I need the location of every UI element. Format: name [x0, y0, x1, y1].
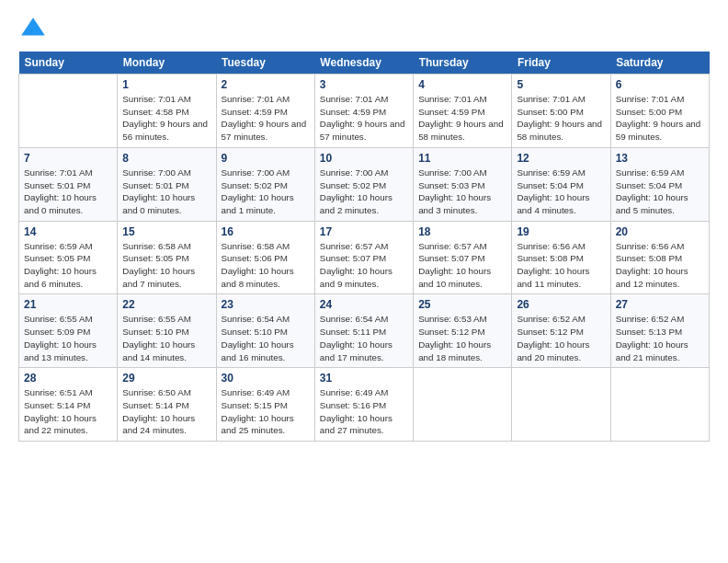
- calendar-cell: 2Sunrise: 7:01 AMSunset: 4:59 PMDaylight…: [216, 75, 314, 148]
- day-number: 31: [320, 372, 408, 385]
- day-number: 21: [24, 298, 112, 311]
- day-info: Sunrise: 7:00 AMSunset: 5:03 PMDaylight:…: [418, 167, 506, 217]
- calendar-cell: 13Sunrise: 6:59 AMSunset: 5:04 PMDayligh…: [610, 147, 709, 221]
- header-day-friday: Friday: [512, 52, 610, 75]
- header-day-thursday: Thursday: [414, 52, 512, 75]
- day-info: Sunrise: 6:58 AMSunset: 5:05 PMDaylight:…: [122, 240, 210, 291]
- calendar-cell: 1Sunrise: 7:01 AMSunset: 4:58 PMDaylight…: [118, 75, 216, 148]
- day-number: 12: [517, 152, 605, 165]
- day-info: Sunrise: 6:51 AMSunset: 5:14 PMDaylight:…: [24, 386, 112, 437]
- header-day-sunday: Sunday: [19, 52, 118, 75]
- day-number: 11: [418, 152, 506, 165]
- day-number: 18: [418, 225, 506, 238]
- day-number: 25: [418, 298, 506, 311]
- day-number: 29: [122, 372, 210, 385]
- calendar-cell: 27Sunrise: 6:52 AMSunset: 5:13 PMDayligh…: [610, 294, 709, 368]
- day-info: Sunrise: 7:01 AMSunset: 4:58 PMDaylight:…: [122, 93, 210, 144]
- day-info: Sunrise: 6:49 AMSunset: 5:16 PMDaylight:…: [320, 386, 408, 437]
- day-info: Sunrise: 6:49 AMSunset: 5:15 PMDaylight:…: [222, 386, 310, 437]
- day-number: 14: [24, 225, 112, 238]
- day-info: Sunrise: 6:50 AMSunset: 5:14 PMDaylight:…: [122, 386, 210, 437]
- page-header: [18, 15, 710, 44]
- week-row-2: 7Sunrise: 7:01 AMSunset: 5:01 PMDaylight…: [19, 147, 710, 221]
- day-info: Sunrise: 7:00 AMSunset: 5:02 PMDaylight:…: [222, 167, 310, 217]
- day-number: 4: [418, 78, 506, 91]
- calendar-cell: 4Sunrise: 7:01 AMSunset: 4:59 PMDaylight…: [414, 75, 512, 148]
- day-info: Sunrise: 6:54 AMSunset: 5:10 PMDaylight:…: [222, 313, 310, 363]
- day-number: 6: [616, 78, 704, 91]
- calendar-cell: 25Sunrise: 6:53 AMSunset: 5:12 PMDayligh…: [414, 294, 512, 368]
- calendar-cell: 20Sunrise: 6:56 AMSunset: 5:08 PMDayligh…: [610, 221, 709, 294]
- day-number: 1: [122, 78, 210, 91]
- calendar-cell: 26Sunrise: 6:52 AMSunset: 5:12 PMDayligh…: [512, 294, 610, 368]
- day-number: 9: [222, 152, 310, 165]
- day-number: 17: [320, 225, 408, 238]
- calendar-cell: 16Sunrise: 6:58 AMSunset: 5:06 PMDayligh…: [216, 221, 314, 294]
- day-number: 22: [122, 298, 210, 311]
- calendar-cell: 22Sunrise: 6:55 AMSunset: 5:10 PMDayligh…: [118, 294, 216, 368]
- calendar-cell: 24Sunrise: 6:54 AMSunset: 5:11 PMDayligh…: [314, 294, 413, 368]
- day-info: Sunrise: 7:00 AMSunset: 5:02 PMDaylight:…: [320, 167, 408, 217]
- day-number: 27: [616, 298, 704, 311]
- calendar-cell: [512, 368, 610, 442]
- header-day-saturday: Saturday: [610, 52, 709, 75]
- day-info: Sunrise: 6:55 AMSunset: 5:09 PMDaylight:…: [24, 313, 112, 363]
- day-info: Sunrise: 7:01 AMSunset: 4:59 PMDaylight:…: [222, 93, 310, 144]
- calendar-cell: [19, 75, 118, 148]
- calendar-cell: 15Sunrise: 6:58 AMSunset: 5:05 PMDayligh…: [118, 221, 216, 294]
- day-info: Sunrise: 6:52 AMSunset: 5:12 PMDaylight:…: [517, 313, 605, 363]
- calendar-cell: 9Sunrise: 7:00 AMSunset: 5:02 PMDaylight…: [216, 147, 314, 221]
- calendar-cell: 17Sunrise: 6:57 AMSunset: 5:07 PMDayligh…: [314, 221, 413, 294]
- calendar-cell: 19Sunrise: 6:56 AMSunset: 5:08 PMDayligh…: [512, 221, 610, 294]
- day-number: 20: [616, 225, 704, 238]
- calendar-cell: 23Sunrise: 6:54 AMSunset: 5:10 PMDayligh…: [216, 294, 314, 368]
- day-info: Sunrise: 6:58 AMSunset: 5:06 PMDaylight:…: [222, 240, 310, 291]
- day-info: Sunrise: 6:59 AMSunset: 5:05 PMDaylight:…: [24, 240, 112, 291]
- week-row-1: 1Sunrise: 7:01 AMSunset: 4:58 PMDaylight…: [19, 75, 710, 148]
- day-info: Sunrise: 6:57 AMSunset: 5:07 PMDaylight:…: [320, 240, 408, 291]
- day-number: 13: [616, 152, 704, 165]
- day-number: 7: [24, 152, 112, 165]
- logo: [18, 15, 51, 44]
- calendar-cell: 14Sunrise: 6:59 AMSunset: 5:05 PMDayligh…: [19, 221, 118, 294]
- calendar-cell: 11Sunrise: 7:00 AMSunset: 5:03 PMDayligh…: [414, 147, 512, 221]
- day-number: 2: [222, 78, 310, 91]
- calendar-cell: 18Sunrise: 6:57 AMSunset: 5:07 PMDayligh…: [414, 221, 512, 294]
- calendar-cell: 12Sunrise: 6:59 AMSunset: 5:04 PMDayligh…: [512, 147, 610, 221]
- day-info: Sunrise: 6:54 AMSunset: 5:11 PMDaylight:…: [320, 313, 408, 363]
- calendar-cell: 29Sunrise: 6:50 AMSunset: 5:14 PMDayligh…: [118, 368, 216, 442]
- day-info: Sunrise: 7:01 AMSunset: 5:00 PMDaylight:…: [616, 93, 704, 144]
- day-info: Sunrise: 6:55 AMSunset: 5:10 PMDaylight:…: [122, 313, 210, 363]
- day-info: Sunrise: 6:59 AMSunset: 5:04 PMDaylight:…: [616, 167, 704, 217]
- calendar-cell: 31Sunrise: 6:49 AMSunset: 5:16 PMDayligh…: [314, 368, 413, 442]
- logo-icon: [18, 15, 48, 44]
- calendar-cell: 21Sunrise: 6:55 AMSunset: 5:09 PMDayligh…: [19, 294, 118, 368]
- day-info: Sunrise: 6:57 AMSunset: 5:07 PMDaylight:…: [418, 240, 506, 291]
- calendar-cell: 7Sunrise: 7:01 AMSunset: 5:01 PMDaylight…: [19, 147, 118, 221]
- day-number: 19: [517, 225, 605, 238]
- day-number: 26: [517, 298, 605, 311]
- day-number: 10: [320, 152, 408, 165]
- day-info: Sunrise: 6:56 AMSunset: 5:08 PMDaylight:…: [517, 240, 605, 291]
- day-info: Sunrise: 6:59 AMSunset: 5:04 PMDaylight:…: [517, 167, 605, 217]
- calendar-cell: 10Sunrise: 7:00 AMSunset: 5:02 PMDayligh…: [314, 147, 413, 221]
- day-info: Sunrise: 6:53 AMSunset: 5:12 PMDaylight:…: [418, 313, 506, 363]
- calendar-cell: [414, 368, 512, 442]
- calendar-cell: 30Sunrise: 6:49 AMSunset: 5:15 PMDayligh…: [216, 368, 314, 442]
- calendar-cell: 6Sunrise: 7:01 AMSunset: 5:00 PMDaylight…: [610, 75, 709, 148]
- day-info: Sunrise: 7:01 AMSunset: 5:01 PMDaylight:…: [24, 167, 112, 217]
- day-number: 8: [122, 152, 210, 165]
- svg-marker-0: [21, 17, 45, 35]
- week-row-4: 21Sunrise: 6:55 AMSunset: 5:09 PMDayligh…: [19, 294, 710, 368]
- day-info: Sunrise: 7:01 AMSunset: 4:59 PMDaylight:…: [320, 93, 408, 144]
- header-day-tuesday: Tuesday: [216, 52, 314, 75]
- header-row: SundayMondayTuesdayWednesdayThursdayFrid…: [19, 52, 710, 75]
- day-number: 16: [222, 225, 310, 238]
- day-info: Sunrise: 6:56 AMSunset: 5:08 PMDaylight:…: [616, 240, 704, 291]
- day-info: Sunrise: 6:52 AMSunset: 5:13 PMDaylight:…: [616, 313, 704, 363]
- day-info: Sunrise: 7:00 AMSunset: 5:01 PMDaylight:…: [122, 167, 210, 217]
- calendar-cell: 28Sunrise: 6:51 AMSunset: 5:14 PMDayligh…: [19, 368, 118, 442]
- week-row-3: 14Sunrise: 6:59 AMSunset: 5:05 PMDayligh…: [19, 221, 710, 294]
- day-number: 5: [517, 78, 605, 91]
- week-row-5: 28Sunrise: 6:51 AMSunset: 5:14 PMDayligh…: [19, 368, 710, 442]
